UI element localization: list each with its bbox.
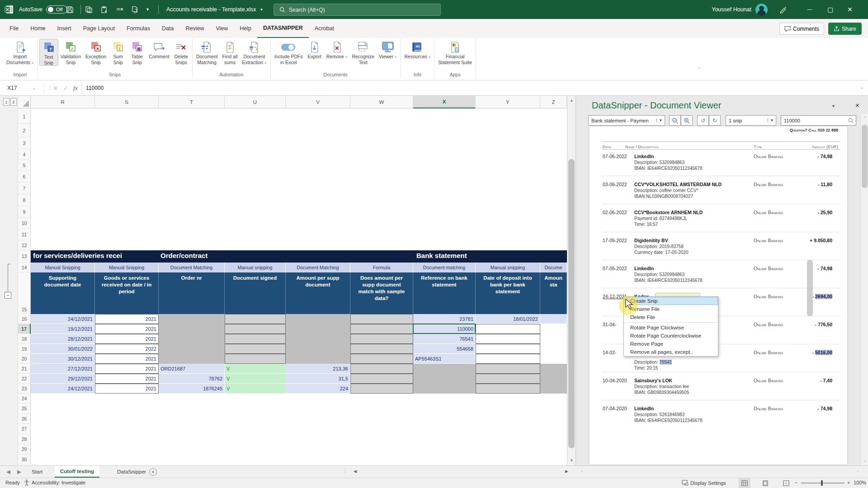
- context-menu-item-remove-all-pages-except-[interactable]: Remove all pages, except..: [624, 348, 718, 356]
- grid-cell-U23[interactable]: V: [225, 384, 286, 394]
- grid-cell-R22[interactable]: 29/12/2021: [31, 374, 95, 384]
- row-header-20[interactable]: 20: [18, 354, 31, 364]
- document-dropdown[interactable]: Bank statement - Paymen ▼: [588, 115, 665, 126]
- row-header-1[interactable]: 1: [18, 110, 31, 124]
- grid-cell-U18[interactable]: [225, 334, 286, 344]
- ribbon-button-delete-snips[interactable]: DeleteSnips: [172, 39, 191, 65]
- row-header-15[interactable]: 15: [18, 272, 31, 314]
- row-header-19[interactable]: 19: [18, 344, 31, 354]
- insert-function-icon[interactable]: fx: [71, 83, 80, 94]
- scroll-down-arrow[interactable]: ▼: [567, 457, 576, 465]
- row-header-4[interactable]: 4: [18, 149, 31, 160]
- ribbon-button-document-extraction[interactable]: DocumentExtraction ˅: [240, 39, 269, 66]
- user-name[interactable]: Youssef Hounat: [712, 0, 751, 19]
- outline-level-2[interactable]: 2: [10, 98, 17, 106]
- ribbon-button-remove[interactable]: Remove ˅: [324, 39, 350, 61]
- autosave-toggle[interactable]: AutoSave Off: [19, 0, 67, 19]
- grid-cell-S19[interactable]: 2022: [95, 344, 159, 354]
- method-cell-S14[interactable]: Manual Snipping: [95, 263, 159, 272]
- context-menu-item-remove-page[interactable]: Remove Page: [624, 340, 718, 348]
- row-header-9[interactable]: 9: [18, 206, 31, 218]
- ribbon-button-sum-snip[interactable]: ΣSumSnip: [108, 39, 127, 65]
- ribbon-button-resources[interactable]: dsResources ˅: [402, 39, 433, 61]
- grid-cell-V23[interactable]: 224: [286, 384, 350, 394]
- row-header-7[interactable]: 7: [18, 183, 31, 194]
- row-header-18[interactable]: 18: [18, 334, 31, 344]
- header-cell-V15[interactable]: Amount per supp document: [286, 272, 350, 314]
- row-header-13[interactable]: 13: [18, 250, 31, 263]
- grid-cell-R16[interactable]: 24/12/2021: [31, 314, 95, 324]
- panel-close-icon[interactable]: ✕: [855, 102, 860, 109]
- vertical-scroll-thumb[interactable]: [568, 159, 575, 448]
- formula-bar-expand-chevron[interactable]: ⌄: [860, 85, 863, 89]
- menu-tab-review[interactable]: Review: [179, 19, 210, 38]
- grid-cell-W20[interactable]: [350, 354, 413, 364]
- row-header-28[interactable]: 28: [18, 434, 31, 444]
- context-menu-item-rotate-page-counterclockwise[interactable]: Rotate Page Counterclockwise: [624, 332, 718, 340]
- row-header-3[interactable]: 3: [18, 137, 31, 149]
- row-header-27[interactable]: 27: [18, 424, 31, 434]
- row-header-24[interactable]: 24: [18, 394, 31, 404]
- column-header-T[interactable]: T: [159, 96, 225, 108]
- method-cell-W14[interactable]: Formula: [350, 263, 413, 272]
- cancel-formula-icon[interactable]: ✕: [51, 83, 61, 94]
- grid-cell-W19[interactable]: [350, 344, 413, 354]
- comments-button[interactable]: Comments: [779, 23, 824, 35]
- grid-cell-T23[interactable]: 1876245: [159, 384, 225, 394]
- menu-tab-help[interactable]: Help: [234, 19, 257, 38]
- column-header-Z[interactable]: Z: [540, 96, 567, 108]
- excel-logo-icon[interactable]: [5, 0, 14, 19]
- minimize-button[interactable]: ─: [807, 0, 826, 19]
- view-normal-button[interactable]: [739, 478, 750, 488]
- grid-cell-Y18[interactable]: [476, 334, 540, 344]
- row-header-25[interactable]: 25: [18, 404, 31, 414]
- zoom-slider-thumb[interactable]: [821, 480, 823, 486]
- row-header-16[interactable]: 16: [18, 314, 31, 324]
- sheet-tab-datasnipper[interactable]: DataSnipper: [112, 466, 151, 478]
- maximize-button[interactable]: ▢: [827, 0, 845, 19]
- column-header-Y[interactable]: Y: [476, 96, 540, 108]
- grid-cell-X19[interactable]: 554658: [413, 344, 476, 354]
- panel-scrollbar[interactable]: ⌃ ⌄: [860, 114, 868, 465]
- view-page-break-button[interactable]: [780, 478, 792, 488]
- grid-cell-R19[interactable]: 30/01/2022: [31, 344, 95, 354]
- spreadsheet-grid[interactable]: 12−RSTUVWXYZ1234567891011121314151617181…: [0, 96, 567, 465]
- vertical-scrollbar[interactable]: ▲ ▼: [567, 96, 576, 465]
- grid-cell-V21[interactable]: 213,36: [286, 364, 350, 374]
- menu-tab-view[interactable]: View: [210, 19, 234, 38]
- search-input[interactable]: Search (Alt+Q): [274, 4, 441, 16]
- status-accessibility[interactable]: Accessibility: Investigate: [32, 480, 85, 485]
- row-header-29[interactable]: 29: [18, 444, 31, 455]
- ribbon-button-recognize-text[interactable]: RecognizeText: [349, 39, 377, 65]
- panel-search-input[interactable]: 110000: [781, 115, 856, 126]
- header-cell-W15[interactable]: Does amount per supp document match with…: [350, 272, 413, 314]
- panel-options-chevron[interactable]: ▼: [831, 104, 835, 108]
- ribbon-button-financial-statement-suite[interactable]: FinancialStatement Suite: [436, 39, 474, 65]
- row-header-5[interactable]: 5: [18, 160, 31, 171]
- zoom-level[interactable]: 100%: [854, 480, 866, 485]
- grid-cell-U17[interactable]: [225, 324, 286, 334]
- grid-cell-U21[interactable]: V: [225, 364, 286, 374]
- menu-tab-formulas[interactable]: Formulas: [121, 19, 156, 38]
- context-menu-item-create-snip[interactable]: Create Snip: [624, 297, 718, 305]
- grid-cell-S20[interactable]: 2021: [95, 354, 159, 364]
- qat-delete-cells-button[interactable]: [116, 0, 124, 19]
- grid-cell-R20[interactable]: 30/12/2021: [31, 354, 95, 364]
- grid-cell-W16[interactable]: [350, 314, 413, 324]
- context-menu-item-delete-file[interactable]: Delete File: [624, 313, 718, 321]
- sheet-tab-cutoff-testing[interactable]: Cutoff testing: [55, 466, 99, 478]
- rotate-cw-button[interactable]: ↻: [709, 115, 721, 126]
- menu-tab-page-layout[interactable]: Page Layout: [77, 19, 121, 38]
- enter-formula-icon[interactable]: ✓: [61, 83, 71, 94]
- row-header-2[interactable]: 2: [18, 124, 31, 137]
- header-cell-X15[interactable]: Reference on bank statement: [413, 272, 476, 314]
- row-header-14[interactable]: 14: [18, 263, 31, 272]
- sheet-nav-right[interactable]: ▶: [12, 466, 27, 478]
- method-cell-R14[interactable]: Manual Snipping: [31, 263, 95, 272]
- sheet-tab-start[interactable]: Start: [26, 466, 48, 478]
- grid-cell-Y17[interactable]: [476, 324, 540, 334]
- close-button[interactable]: ✕: [847, 0, 865, 19]
- row-header-17[interactable]: 17: [18, 324, 31, 334]
- grid-cell-T22[interactable]: 78762: [159, 374, 225, 384]
- column-header-S[interactable]: S: [95, 96, 159, 108]
